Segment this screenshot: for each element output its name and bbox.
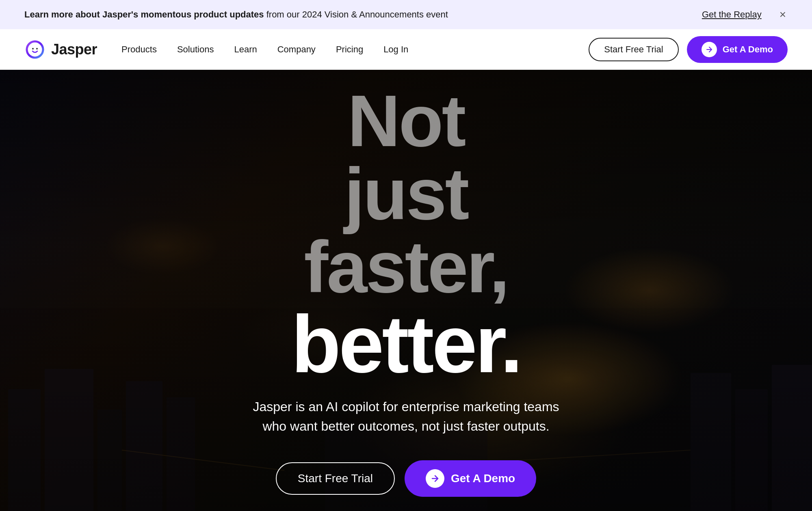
nav-link-learn[interactable]: Learn	[234, 44, 257, 54]
hero-start-free-trial-button[interactable]: Start Free Trial	[276, 462, 395, 495]
hero-subtext: Jasper is an AI copilot for enterprise m…	[253, 397, 559, 436]
announcement-text: Learn more about Jasper's momentous prod…	[24, 9, 448, 21]
headline-line-faster: faster,	[304, 231, 508, 304]
hero-subtext-line1: Jasper is an AI copilot for enterprise m…	[253, 399, 559, 414]
headline-line-not: Not	[304, 84, 508, 157]
navbar: Jasper Products Solutions Learn Company …	[0, 29, 812, 70]
nav-link-login[interactable]: Log In	[383, 44, 408, 54]
close-banner-button[interactable]: ×	[778, 9, 788, 20]
get-demo-label: Get A Demo	[723, 44, 773, 55]
nav-start-free-trial-button[interactable]: Start Free Trial	[589, 38, 678, 61]
headline-line-just: just	[304, 157, 508, 231]
hero-get-demo-button[interactable]: Get A Demo	[405, 460, 536, 497]
logo-text: Jasper	[51, 41, 97, 58]
announcement-right: Get the Replay ×	[702, 9, 788, 20]
hero-get-demo-label: Get A Demo	[451, 472, 515, 485]
nav-link-solutions[interactable]: Solutions	[177, 44, 214, 54]
announcement-bold-text: Learn more about Jasper's momentous prod…	[24, 9, 264, 19]
nav-link-products[interactable]: Products	[121, 44, 157, 54]
jasper-logo-icon	[24, 39, 45, 60]
nav-right: Start Free Trial Get A Demo	[589, 36, 788, 63]
hero-headline-better: better.	[291, 304, 521, 385]
announcement-banner: Learn more about Jasper's momentous prod…	[0, 0, 812, 29]
announcement-normal-text: from our 2024 Vision & Announcements eve…	[264, 9, 448, 19]
nav-link-company[interactable]: Company	[277, 44, 316, 54]
nav-links: Products Solutions Learn Company Pricing…	[121, 44, 408, 55]
nav-item-solutions[interactable]: Solutions	[177, 44, 214, 55]
nav-item-products[interactable]: Products	[121, 44, 157, 55]
hero-get-demo-arrow-icon	[426, 469, 444, 488]
nav-item-login[interactable]: Log In	[383, 44, 408, 55]
nav-item-learn[interactable]: Learn	[234, 44, 257, 55]
svg-point-4	[36, 48, 38, 50]
hero-headline-not-just-faster: Not just faster,	[304, 84, 508, 304]
nav-item-company[interactable]: Company	[277, 44, 316, 55]
hero-content: Not just faster, better. Jasper is an AI…	[253, 84, 559, 497]
nav-item-pricing[interactable]: Pricing	[336, 44, 363, 55]
nav-get-demo-button[interactable]: Get A Demo	[687, 36, 788, 63]
get-demo-arrow-icon	[702, 42, 717, 57]
nav-link-pricing[interactable]: Pricing	[336, 44, 363, 54]
hero-section: Not just faster, better. Jasper is an AI…	[0, 70, 812, 511]
hero-buttons: Start Free Trial Get A Demo	[276, 460, 536, 497]
svg-point-3	[32, 48, 34, 50]
nav-left: Jasper Products Solutions Learn Company …	[24, 39, 408, 60]
get-replay-link[interactable]: Get the Replay	[702, 9, 762, 20]
hero-subtext-line2: who want better outcomes, not just faste…	[262, 419, 549, 433]
logo[interactable]: Jasper	[24, 39, 97, 60]
